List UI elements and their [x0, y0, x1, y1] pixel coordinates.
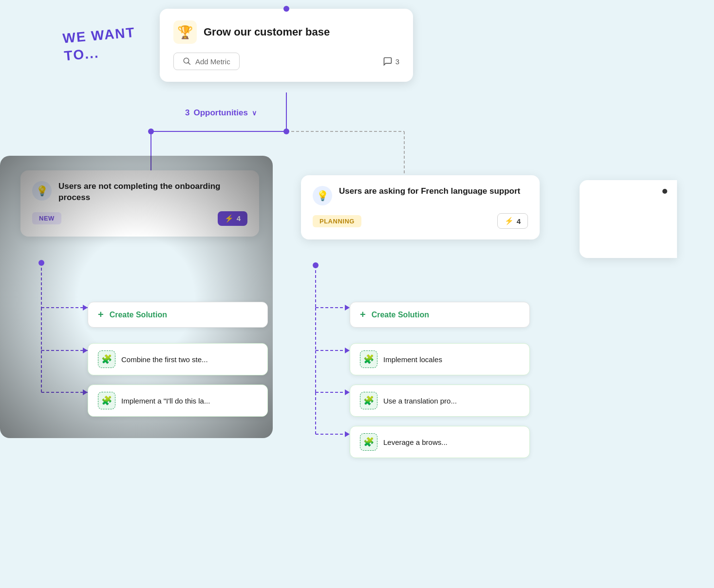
create-solution-label-left: Create Solution	[110, 311, 167, 319]
opp-label: Opportunities	[193, 108, 247, 118]
connector-dot-top	[283, 6, 289, 12]
opp-left-icon: 💡	[32, 181, 52, 201]
opp-right-title: Users are asking for French language sup…	[339, 186, 520, 197]
solution-left-child-1[interactable]: 🧩 Combine the first two ste...	[88, 343, 268, 375]
chevron-down-icon: ∨	[252, 109, 257, 117]
solution-right-child-3[interactable]: 🧩 Leverage a brows...	[350, 426, 530, 458]
plus-icon-right: +	[360, 309, 366, 320]
svg-marker-8	[83, 305, 88, 311]
svg-marker-17	[345, 305, 350, 311]
lightning-icon-right: ⚡	[505, 217, 514, 225]
opportunities-label[interactable]: 3 Opportunities ∨	[185, 108, 257, 118]
left-branch-dot	[148, 129, 154, 134]
impact-badge-right: ⚡ 4	[497, 213, 528, 229]
opp-left-title: Users are not completing the onboarding …	[58, 181, 247, 203]
handwritten-text: WE WANT TO...	[62, 24, 137, 66]
svg-marker-14	[83, 389, 88, 395]
goal-card-footer: Add Metric 3	[173, 53, 399, 70]
opp-card-right-header: 💡 Users are asking for French language s…	[313, 186, 528, 205]
status-badge-new: NEW	[32, 212, 61, 224]
create-solution-left[interactable]: + Create Solution	[88, 302, 268, 328]
left-card-bottom-dot	[38, 260, 44, 266]
connector-lines	[0, 0, 714, 588]
impact-count-right: 4	[517, 217, 521, 225]
opportunity-card-third-partial	[580, 180, 677, 258]
solution-left-child-2[interactable]: 🧩 Implement a "I'll do this la...	[88, 385, 268, 417]
canvas: WE WANT TO... 🏆 Grow our customer base A…	[0, 0, 714, 588]
opp-count: 3	[185, 108, 189, 118]
svg-marker-26	[345, 431, 350, 437]
goal-title: Grow our customer base	[204, 26, 330, 38]
solution-text-right-3: Leverage a brows...	[383, 438, 448, 446]
svg-marker-20	[345, 348, 350, 353]
status-badge-planning: PLANNING	[313, 215, 361, 227]
opportunity-card-left: 💡 Users are not completing the onboardin…	[20, 170, 259, 237]
solution-right-child-2[interactable]: 🧩 Use a translation pro...	[350, 385, 530, 417]
create-solution-label-right: Create Solution	[372, 311, 429, 319]
puzzle-icon-3: 🧩	[360, 350, 377, 368]
solution-right-child-1[interactable]: 🧩 Implement locales	[350, 343, 530, 375]
solution-text-left-2: Implement a "I'll do this la...	[121, 397, 210, 405]
lightning-icon-left: ⚡	[225, 214, 234, 223]
add-metric-button[interactable]: Add Metric	[173, 53, 240, 70]
right-card-bottom-dot	[313, 262, 319, 268]
opp-card-left-header: 💡 Users are not completing the onboardin…	[32, 181, 247, 203]
goal-card: 🏆 Grow our customer base Add Metric 3	[160, 9, 413, 82]
create-solution-right[interactable]: + Create Solution	[350, 302, 530, 328]
impact-badge-left: ⚡ 4	[218, 211, 247, 226]
svg-marker-11	[83, 348, 88, 353]
impact-count-left: 4	[237, 214, 241, 222]
comment-count: 3	[383, 56, 399, 66]
opp-card-right-footer: PLANNING ⚡ 4	[313, 213, 528, 229]
opp-card-left-footer: NEW ⚡ 4	[32, 211, 247, 226]
puzzle-icon-5: 🧩	[360, 433, 377, 451]
goal-card-header: 🏆 Grow our customer base	[173, 20, 399, 44]
puzzle-icon-1: 🧩	[98, 350, 115, 368]
trophy-icon: 🏆	[173, 20, 197, 44]
solution-text-right-2: Use a translation pro...	[383, 397, 457, 405]
opportunity-card-right: 💡 Users are asking for French language s…	[301, 175, 540, 239]
svg-marker-23	[345, 389, 350, 395]
puzzle-icon-4: 🧩	[360, 392, 377, 409]
puzzle-icon-2: 🧩	[98, 392, 115, 409]
third-card-dot	[662, 189, 667, 194]
solution-text-left-1: Combine the first two ste...	[121, 355, 208, 364]
plus-icon-left: +	[98, 309, 104, 320]
solution-text-right-1: Implement locales	[383, 355, 442, 364]
branch-dot	[283, 129, 289, 134]
opp-right-icon: 💡	[313, 186, 332, 205]
